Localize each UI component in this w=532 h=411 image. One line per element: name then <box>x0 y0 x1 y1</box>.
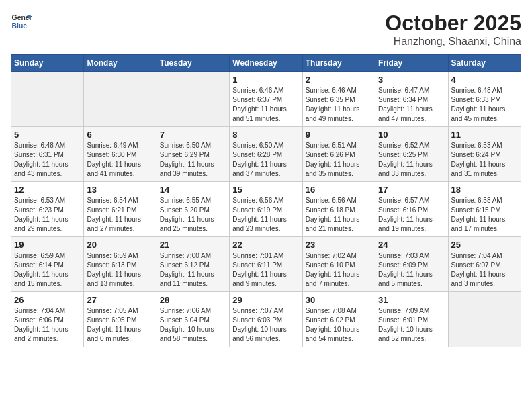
day-info: Sunrise: 6:53 AM Sunset: 6:24 PM Dayligh… <box>451 141 518 179</box>
page-header: General Blue October 2025 Hanzhong, Shaa… <box>11 11 521 48</box>
calendar-cell <box>448 292 521 347</box>
day-number: 21 <box>160 240 226 250</box>
day-number: 4 <box>451 75 518 85</box>
calendar-cell: 18Sunrise: 6:58 AM Sunset: 6:15 PM Dayli… <box>448 182 521 237</box>
calendar-cell: 13Sunrise: 6:54 AM Sunset: 6:21 PM Dayli… <box>84 182 157 237</box>
calendar-cell: 21Sunrise: 7:00 AM Sunset: 6:12 PM Dayli… <box>157 237 229 292</box>
day-number: 25 <box>451 240 518 250</box>
calendar-header: SundayMondayTuesdayWednesdayThursdayFrid… <box>11 55 521 72</box>
calendar-cell: 6Sunrise: 6:49 AM Sunset: 6:30 PM Daylig… <box>84 127 157 182</box>
day-info: Sunrise: 6:49 AM Sunset: 6:30 PM Dayligh… <box>87 141 153 179</box>
day-info: Sunrise: 6:59 AM Sunset: 6:13 PM Dayligh… <box>87 251 153 289</box>
day-info: Sunrise: 6:56 AM Sunset: 6:18 PM Dayligh… <box>306 196 372 234</box>
logo-icon: General Blue <box>11 11 32 32</box>
day-info: Sunrise: 7:04 AM Sunset: 6:06 PM Dayligh… <box>14 306 81 344</box>
calendar-cell: 17Sunrise: 6:57 AM Sunset: 6:16 PM Dayli… <box>375 182 448 237</box>
weekday-header-monday: Monday <box>84 55 157 72</box>
day-info: Sunrise: 6:56 AM Sunset: 6:19 PM Dayligh… <box>232 196 299 234</box>
day-number: 7 <box>160 130 226 140</box>
day-info: Sunrise: 6:50 AM Sunset: 6:29 PM Dayligh… <box>160 141 226 179</box>
day-info: Sunrise: 6:47 AM Sunset: 6:34 PM Dayligh… <box>378 86 445 124</box>
calendar-cell: 7Sunrise: 6:50 AM Sunset: 6:29 PM Daylig… <box>157 127 229 182</box>
day-number: 9 <box>306 130 372 140</box>
weekday-header-friday: Friday <box>375 55 448 72</box>
day-info: Sunrise: 7:09 AM Sunset: 6:01 PM Dayligh… <box>378 306 445 344</box>
day-info: Sunrise: 7:02 AM Sunset: 6:10 PM Dayligh… <box>306 251 372 289</box>
calendar-cell: 19Sunrise: 6:59 AM Sunset: 6:14 PM Dayli… <box>11 237 84 292</box>
calendar-week-3: 12Sunrise: 6:53 AM Sunset: 6:23 PM Dayli… <box>11 182 521 237</box>
day-number: 19 <box>14 240 81 250</box>
day-number: 27 <box>87 295 153 305</box>
day-number: 14 <box>160 185 226 195</box>
calendar-cell: 5Sunrise: 6:48 AM Sunset: 6:31 PM Daylig… <box>11 127 84 182</box>
calendar-cell: 29Sunrise: 7:07 AM Sunset: 6:03 PM Dayli… <box>230 292 302 347</box>
day-number: 17 <box>378 185 445 195</box>
calendar-cell: 22Sunrise: 7:01 AM Sunset: 6:11 PM Dayli… <box>230 237 302 292</box>
day-number: 1 <box>232 75 299 85</box>
calendar-cell: 2Sunrise: 6:46 AM Sunset: 6:35 PM Daylig… <box>302 72 375 127</box>
day-number: 24 <box>378 240 445 250</box>
day-number: 12 <box>14 185 81 195</box>
month-title: October 2025 <box>385 11 521 36</box>
calendar-cell: 23Sunrise: 7:02 AM Sunset: 6:10 PM Dayli… <box>302 237 375 292</box>
day-number: 2 <box>306 75 372 85</box>
calendar-cell <box>84 72 157 127</box>
calendar-cell: 27Sunrise: 7:05 AM Sunset: 6:05 PM Dayli… <box>84 292 157 347</box>
calendar-cell: 20Sunrise: 6:59 AM Sunset: 6:13 PM Dayli… <box>84 237 157 292</box>
location-title: Hanzhong, Shaanxi, China <box>385 36 521 48</box>
calendar-cell <box>11 72 84 127</box>
day-number: 11 <box>451 130 518 140</box>
weekday-header-tuesday: Tuesday <box>157 55 229 72</box>
calendar-week-2: 5Sunrise: 6:48 AM Sunset: 6:31 PM Daylig… <box>11 127 521 182</box>
calendar-cell: 14Sunrise: 6:55 AM Sunset: 6:20 PM Dayli… <box>157 182 229 237</box>
calendar-cell: 1Sunrise: 6:46 AM Sunset: 6:37 PM Daylig… <box>230 72 302 127</box>
day-info: Sunrise: 6:48 AM Sunset: 6:33 PM Dayligh… <box>451 86 518 124</box>
calendar-cell: 25Sunrise: 7:04 AM Sunset: 6:07 PM Dayli… <box>448 237 521 292</box>
calendar-body: 1Sunrise: 6:46 AM Sunset: 6:37 PM Daylig… <box>11 72 521 347</box>
day-number: 28 <box>160 295 226 305</box>
calendar-cell: 16Sunrise: 6:56 AM Sunset: 6:18 PM Dayli… <box>302 182 375 237</box>
calendar-week-4: 19Sunrise: 6:59 AM Sunset: 6:14 PM Dayli… <box>11 237 521 292</box>
day-number: 23 <box>306 240 372 250</box>
day-number: 16 <box>306 185 372 195</box>
day-info: Sunrise: 7:08 AM Sunset: 6:02 PM Dayligh… <box>306 306 372 344</box>
day-info: Sunrise: 7:01 AM Sunset: 6:11 PM Dayligh… <box>232 251 299 289</box>
day-number: 13 <box>87 185 153 195</box>
day-number: 26 <box>14 295 81 305</box>
day-info: Sunrise: 6:55 AM Sunset: 6:20 PM Dayligh… <box>160 196 226 234</box>
weekday-row: SundayMondayTuesdayWednesdayThursdayFrid… <box>11 55 521 72</box>
day-number: 31 <box>378 295 445 305</box>
calendar-cell: 15Sunrise: 6:56 AM Sunset: 6:19 PM Dayli… <box>230 182 302 237</box>
day-number: 30 <box>306 295 372 305</box>
calendar-cell: 4Sunrise: 6:48 AM Sunset: 6:33 PM Daylig… <box>448 72 521 127</box>
svg-text:Blue: Blue <box>12 22 28 30</box>
day-number: 5 <box>14 130 81 140</box>
calendar-table: SundayMondayTuesdayWednesdayThursdayFrid… <box>11 54 521 347</box>
day-number: 18 <box>451 185 518 195</box>
day-info: Sunrise: 7:04 AM Sunset: 6:07 PM Dayligh… <box>451 251 518 289</box>
day-info: Sunrise: 6:48 AM Sunset: 6:31 PM Dayligh… <box>14 141 81 179</box>
calendar-cell: 26Sunrise: 7:04 AM Sunset: 6:06 PM Dayli… <box>11 292 84 347</box>
day-info: Sunrise: 7:03 AM Sunset: 6:09 PM Dayligh… <box>378 251 445 289</box>
day-info: Sunrise: 6:50 AM Sunset: 6:28 PM Dayligh… <box>232 141 299 179</box>
calendar-cell: 12Sunrise: 6:53 AM Sunset: 6:23 PM Dayli… <box>11 182 84 237</box>
day-number: 3 <box>378 75 445 85</box>
day-number: 6 <box>87 130 153 140</box>
day-info: Sunrise: 7:07 AM Sunset: 6:03 PM Dayligh… <box>232 306 299 344</box>
day-number: 22 <box>232 240 299 250</box>
calendar-cell: 31Sunrise: 7:09 AM Sunset: 6:01 PM Dayli… <box>375 292 448 347</box>
title-block: October 2025 Hanzhong, Shaanxi, China <box>385 11 521 48</box>
day-info: Sunrise: 6:53 AM Sunset: 6:23 PM Dayligh… <box>14 196 81 234</box>
day-number: 20 <box>87 240 153 250</box>
calendar-cell: 9Sunrise: 6:51 AM Sunset: 6:26 PM Daylig… <box>302 127 375 182</box>
calendar-cell: 30Sunrise: 7:08 AM Sunset: 6:02 PM Dayli… <box>302 292 375 347</box>
day-info: Sunrise: 6:58 AM Sunset: 6:15 PM Dayligh… <box>451 196 518 234</box>
calendar-week-1: 1Sunrise: 6:46 AM Sunset: 6:37 PM Daylig… <box>11 72 521 127</box>
calendar-cell: 3Sunrise: 6:47 AM Sunset: 6:34 PM Daylig… <box>375 72 448 127</box>
weekday-header-wednesday: Wednesday <box>230 55 302 72</box>
calendar-cell: 11Sunrise: 6:53 AM Sunset: 6:24 PM Dayli… <box>448 127 521 182</box>
day-number: 8 <box>232 130 299 140</box>
day-info: Sunrise: 6:59 AM Sunset: 6:14 PM Dayligh… <box>14 251 81 289</box>
day-info: Sunrise: 6:46 AM Sunset: 6:37 PM Dayligh… <box>232 86 299 124</box>
calendar-cell: 24Sunrise: 7:03 AM Sunset: 6:09 PM Dayli… <box>375 237 448 292</box>
